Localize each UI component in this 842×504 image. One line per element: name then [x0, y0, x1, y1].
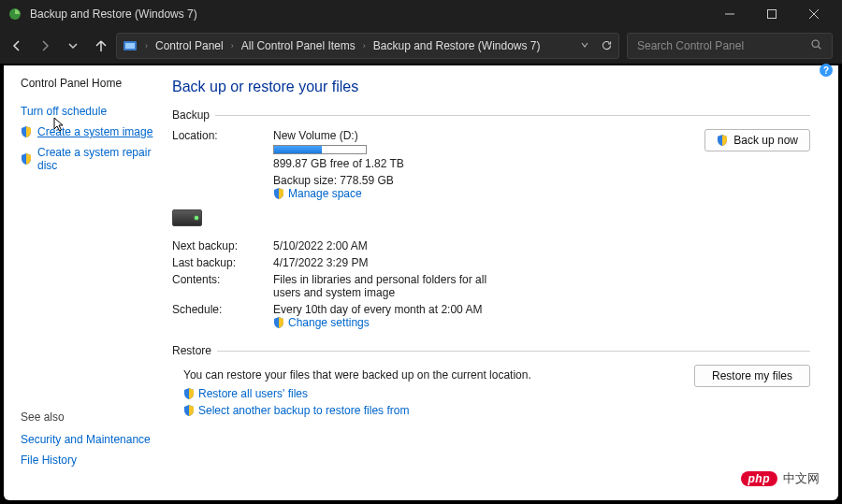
select-another-backup-link[interactable]: Select another backup to restore files f… [183, 404, 694, 417]
close-button[interactable] [792, 0, 835, 28]
backup-section: Backup Location: New Volume (D:) 899.87 … [172, 108, 810, 333]
shield-icon [183, 405, 195, 416]
shield-icon [21, 126, 32, 137]
shield-icon [21, 153, 32, 165]
chevron-right-icon: › [363, 41, 366, 50]
capacity-text: 899.87 GB free of 1.82 TB [273, 157, 516, 170]
forward-button[interactable] [37, 38, 52, 53]
location-value: New Volume (D:) [273, 129, 516, 142]
drive-icon [172, 209, 202, 226]
back-up-now-button[interactable]: Back up now [704, 129, 810, 151]
shield-icon [273, 317, 284, 328]
svg-point-7 [812, 40, 819, 47]
sidebar: Control Panel Home Turn off schedule Cre… [4, 65, 163, 500]
recent-dropdown[interactable] [65, 38, 80, 53]
change-settings-link[interactable]: Change settings [273, 316, 810, 329]
refresh-button[interactable] [601, 39, 613, 53]
restore-legend: Restore [172, 344, 217, 357]
schedule-value: Every 10th day of every month at 2:00 AM [273, 303, 810, 316]
navbar: › Control Panel › All Control Panel Item… [0, 28, 842, 64]
back-button[interactable] [9, 38, 24, 53]
next-backup-value: 5/10/2022 2:00 AM [273, 239, 810, 252]
sidebar-item-label: Turn off schedule [21, 105, 107, 118]
main-panel: Back up or restore your files Backup Loc… [163, 65, 838, 500]
capacity-fill [274, 146, 322, 153]
search-input[interactable]: Search Control Panel [627, 33, 833, 59]
app-icon [7, 7, 22, 22]
schedule-label: Schedule: [172, 303, 266, 316]
control-panel-home-link[interactable]: Control Panel Home [21, 77, 153, 90]
contents-value: Files in libraries and personal folders … [273, 273, 516, 299]
location-label: Location: [172, 129, 266, 142]
svg-line-8 [819, 47, 821, 50]
address-bar[interactable]: › Control Panel › All Control Panel Item… [116, 33, 619, 59]
minimize-button[interactable] [708, 0, 750, 28]
address-dropdown[interactable] [580, 40, 589, 51]
content-area: ? Control Panel Home Turn off schedule C… [4, 65, 838, 500]
window-title: Backup and Restore (Windows 7) [30, 7, 197, 21]
help-icon[interactable]: ? [820, 64, 833, 77]
breadcrumb-item[interactable]: Backup and Restore (Windows 7) [370, 37, 544, 54]
restore-all-users-link[interactable]: Restore all users' files [183, 387, 694, 400]
search-placeholder: Search Control Panel [637, 39, 744, 52]
watermark-text: 中文网 [783, 470, 820, 487]
page-heading: Back up or restore your files [172, 79, 810, 95]
sidebar-item-turn-off-schedule[interactable]: Turn off schedule [21, 105, 153, 118]
sidebar-item-create-system-image[interactable]: Create a system image [21, 125, 153, 138]
backup-size: Backup size: 778.59 GB [273, 174, 516, 187]
last-backup-value: 4/17/2022 3:29 PM [273, 256, 810, 269]
titlebar: Backup and Restore (Windows 7) [0, 0, 842, 28]
shield-icon [717, 135, 728, 146]
sidebar-seealso-filehistory[interactable]: File History [21, 454, 153, 467]
see-also-header: See also [21, 410, 153, 424]
maximize-button[interactable] [750, 0, 792, 28]
manage-space-link[interactable]: Manage space [273, 187, 516, 200]
contents-label: Contents: [172, 273, 266, 286]
control-panel-icon [123, 38, 138, 53]
svg-rect-6 [125, 43, 135, 49]
breadcrumb-item[interactable]: Control Panel [152, 37, 227, 54]
up-button[interactable] [94, 38, 109, 53]
shield-icon [273, 188, 284, 199]
chevron-right-icon: › [231, 41, 234, 50]
php-logo: php [741, 471, 778, 486]
restore-section: Restore You can restore your files that … [172, 344, 810, 421]
restore-text: You can restore your files that were bac… [183, 368, 694, 382]
watermark: php 中文网 [741, 470, 820, 487]
sidebar-seealso-security[interactable]: Security and Maintenance [21, 433, 153, 446]
chevron-right-icon: › [145, 41, 148, 50]
breadcrumb-item[interactable]: All Control Panel Items [238, 37, 359, 54]
next-backup-label: Next backup: [172, 239, 266, 252]
sidebar-item-label: Create a system image [37, 125, 152, 138]
restore-my-files-button[interactable]: Restore my files [694, 365, 810, 387]
svg-rect-2 [767, 10, 776, 19]
sidebar-item-label: Create a system repair disc [37, 146, 153, 172]
shield-icon [183, 388, 195, 399]
capacity-bar [273, 145, 367, 154]
last-backup-label: Last backup: [172, 256, 266, 269]
backup-legend: Backup [172, 108, 215, 122]
search-icon [810, 38, 822, 53]
sidebar-item-create-repair-disc[interactable]: Create a system repair disc [21, 146, 153, 172]
